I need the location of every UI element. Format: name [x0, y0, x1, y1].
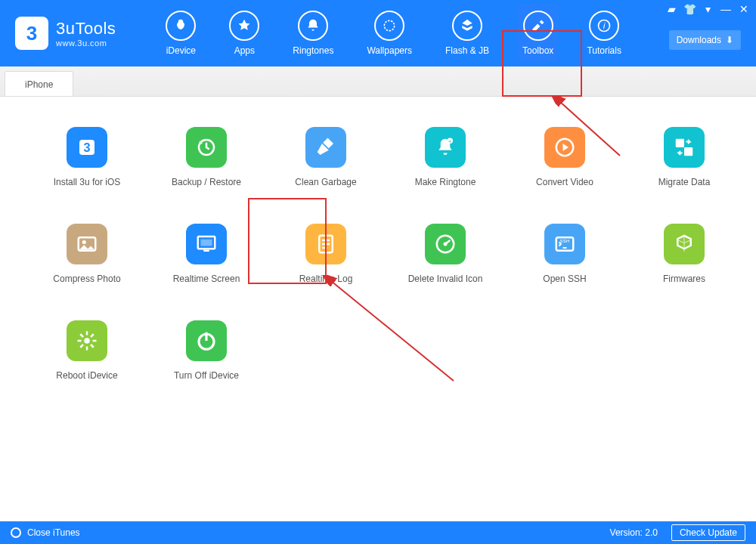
- svg-line-31: [91, 345, 94, 348]
- app-name: 3uTools: [56, 19, 116, 39]
- app-site: www.3u.com: [56, 39, 116, 48]
- download-arrow-icon: ⬇: [726, 35, 733, 45]
- nav-flash-jb[interactable]: Flash & JB: [441, 5, 494, 62]
- tool-migrate-data[interactable]: Migrate Data: [635, 127, 733, 187]
- tool-firmwares[interactable]: Firmwares: [635, 224, 733, 284]
- svg-line-30: [80, 334, 83, 337]
- feedback-icon[interactable]: ▰: [665, 3, 677, 15]
- migrate-icon: [664, 127, 705, 168]
- svg-text:SSH: SSH: [560, 238, 570, 243]
- tool-compress-photo[interactable]: Compress Photo: [38, 224, 136, 284]
- tool-backup-restore[interactable]: Backup / Restore: [157, 127, 256, 187]
- nav-toolbox[interactable]: Toolbox: [518, 5, 558, 62]
- svg-text:3: 3: [83, 141, 90, 154]
- log-icon: [305, 224, 346, 264]
- nav-wallpapers[interactable]: Wallpapers: [362, 5, 417, 62]
- pin-icon[interactable]: ▾: [702, 3, 714, 15]
- tool-install-3u-for-ios[interactable]: 3Install 3u for iOS: [38, 127, 136, 187]
- svg-rect-15: [201, 240, 212, 246]
- restore-icon: [186, 127, 227, 168]
- ringtones-icon: [298, 11, 328, 41]
- power-icon: [186, 320, 227, 361]
- svg-rect-10: [676, 139, 684, 147]
- photo-icon: [67, 224, 107, 264]
- app-logo: 3 3uTools www.3u.com: [0, 17, 116, 50]
- nav-idevice[interactable]: iDevice: [161, 5, 200, 62]
- tool-open-ssh[interactable]: SSHOpen SSH: [516, 224, 614, 284]
- nav-ringtones[interactable]: Ringtones: [288, 5, 338, 62]
- tool-make-ringtone[interactable]: +Make Ringtone: [396, 127, 494, 187]
- broom-icon: [305, 127, 346, 168]
- idevice-icon: [166, 11, 196, 41]
- gauge-icon: [425, 224, 466, 264]
- top-nav-bar: 3 3uTools www.3u.com iDeviceAppsRingtone…: [0, 0, 756, 66]
- nav-tutorials[interactable]: iTutorials: [582, 5, 626, 62]
- tool-delete-invalid-icon[interactable]: Delete Invalid Icon: [396, 224, 494, 284]
- wallpapers-icon: [374, 11, 404, 41]
- tool-grid: 3Install 3u for iOSBackup / RestoreClean…: [38, 127, 726, 381]
- tool-realtime-log[interactable]: Realtime Log: [277, 224, 375, 284]
- svg-point-0: [385, 20, 395, 30]
- flash-jb-icon: [452, 11, 482, 41]
- close-icon[interactable]: ✕: [738, 3, 750, 15]
- nav-apps[interactable]: Apps: [225, 5, 264, 62]
- close-itunes-button[interactable]: Close iTunes: [11, 527, 80, 538]
- svg-point-22: [444, 243, 448, 246]
- window-controls: ▰ 👕 ▾ — ✕: [665, 3, 750, 15]
- logo-3-icon: 3: [15, 17, 48, 50]
- skin-icon[interactable]: 👕: [683, 3, 696, 15]
- svg-point-13: [82, 240, 86, 244]
- play-icon: [544, 127, 585, 168]
- svg-rect-16: [203, 250, 209, 252]
- svg-rect-11: [684, 147, 692, 156]
- logo3-icon: 3: [67, 127, 107, 168]
- circle-icon: [11, 527, 21, 538]
- tool-realtime-screen[interactable]: Realtime Screen: [157, 224, 256, 284]
- cube-icon: [664, 224, 705, 264]
- toolbox-icon: [523, 11, 553, 41]
- tool-clean-garbage[interactable]: Clean Garbage: [277, 127, 375, 187]
- main-nav: iDeviceAppsRingtonesWallpapersFlash & JB…: [161, 5, 626, 62]
- svg-point-25: [84, 338, 90, 344]
- version-label: Version: 2.0: [610, 527, 658, 538]
- svg-text:+: +: [448, 138, 452, 145]
- status-bar: Close iTunes Version: 2.0 Check Update: [0, 521, 756, 544]
- svg-line-33: [91, 334, 94, 337]
- check-update-button[interactable]: Check Update: [671, 524, 745, 541]
- tool-reboot-idevice[interactable]: Reboot iDevice: [38, 320, 136, 381]
- minimize-icon[interactable]: —: [720, 3, 732, 15]
- tool-convert-video[interactable]: Convert Video: [516, 127, 614, 187]
- svg-text:i: i: [603, 20, 606, 30]
- reboot-icon: [67, 320, 107, 361]
- bell-icon: +: [425, 127, 466, 168]
- toolbox-content: 3Install 3u for iOSBackup / RestoreClean…: [0, 97, 756, 521]
- tutorials-icon: i: [589, 11, 619, 41]
- apps-icon: [229, 11, 259, 41]
- downloads-button[interactable]: Downloads ⬇: [669, 30, 741, 50]
- tab-bar: iPhone: [0, 66, 756, 97]
- tool-turn-off-idevice[interactable]: Turn Off iDevice: [157, 320, 256, 381]
- tab-iphone[interactable]: iPhone: [5, 71, 73, 96]
- screen-icon: [186, 224, 227, 264]
- ssh-icon: SSH: [544, 224, 585, 264]
- svg-line-32: [80, 345, 83, 348]
